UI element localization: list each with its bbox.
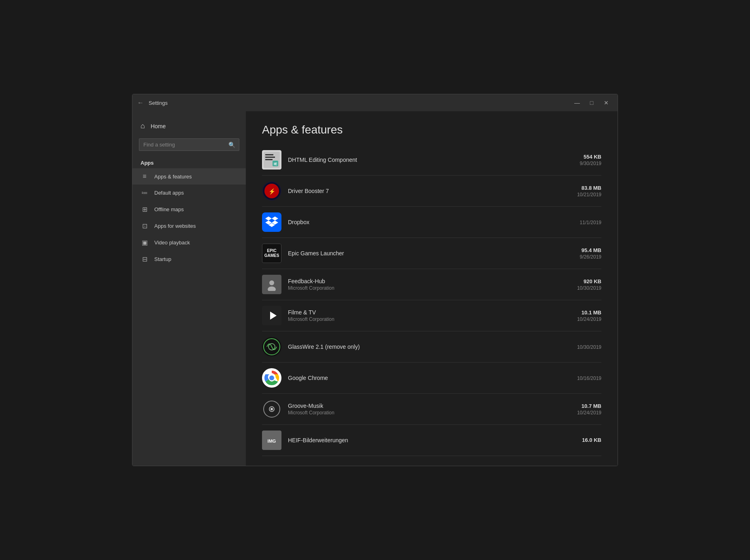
- app-item-dropbox[interactable]: Dropbox 11/1/2019: [262, 207, 601, 238]
- svg-text:IMG: IMG: [268, 439, 276, 443]
- sidebar-item-video-playback-label: Video playback: [154, 240, 190, 246]
- apps-websites-icon: ⊡: [141, 222, 149, 230]
- app-meta-groove: 10.7 MB 10/24/2019: [577, 403, 601, 416]
- svg-rect-1: [265, 154, 273, 155]
- minimize-button[interactable]: —: [571, 97, 584, 108]
- app-info-driver-booster: Driver Booster 7: [288, 188, 577, 194]
- app-list: IE DHTML Editing Component 554 KB 9/30/2…: [262, 144, 601, 456]
- app-publisher-filme: Microsoft Corporation: [288, 316, 577, 322]
- sidebar-section-label: Apps: [132, 155, 246, 168]
- app-icon-groove: [262, 399, 281, 419]
- app-date-dhtml: 9/30/2019: [580, 161, 601, 166]
- app-item-heif[interactable]: IMG HEIF-Bilderweiterungen 16.0 KB: [262, 425, 601, 456]
- sidebar-item-offline-maps[interactable]: ⊞ Offline maps: [132, 201, 246, 218]
- app-icon-dhtml: IE: [262, 150, 281, 170]
- main-content: Apps & features IE: [246, 111, 618, 466]
- sidebar-item-home[interactable]: ⌂ Home: [132, 118, 246, 134]
- sidebar-item-apps-websites[interactable]: ⊡ Apps for websites: [132, 218, 246, 234]
- app-meta-dhtml: 554 KB 9/30/2019: [580, 154, 601, 166]
- search-icon: 🔍: [228, 142, 235, 148]
- app-item-driver-booster[interactable]: ⚡ Driver Booster 7 83.8 MB 10/21/2019: [262, 176, 601, 207]
- app-name-heif: HEIF-Bilderweiterungen: [288, 437, 582, 443]
- app-info-dhtml: DHTML Editing Component: [288, 157, 580, 163]
- maximize-button[interactable]: □: [585, 97, 598, 108]
- app-name-epic: Epic Games Launcher: [288, 250, 580, 257]
- app-name-groove: Groove-Musik: [288, 403, 577, 409]
- app-icon-glasswire: [262, 337, 281, 356]
- sidebar-item-default-apps-label: Default apps: [154, 190, 184, 196]
- svg-text:IE: IE: [274, 162, 277, 166]
- svg-point-28: [271, 408, 273, 410]
- app-icon-chrome: [262, 368, 281, 388]
- app-item-groove[interactable]: Groove-Musik Microsoft Corporation 10.7 …: [262, 394, 601, 425]
- svg-marker-9: [265, 216, 272, 221]
- startup-icon: ⊟: [141, 255, 149, 263]
- title-bar: ← Settings — □ ✕: [132, 94, 618, 111]
- app-date-glasswire: 10/30/2019: [577, 344, 601, 350]
- window-title: Settings: [149, 100, 168, 106]
- sidebar-item-video-playback[interactable]: ▣ Video playback: [132, 234, 246, 251]
- app-item-filme[interactable]: Filme & TV Microsoft Corporation 10.1 MB…: [262, 300, 601, 331]
- window-controls: — □ ✕: [571, 97, 613, 108]
- app-icon-heif: IMG: [262, 431, 281, 450]
- settings-window: ← Settings — □ ✕ ⌂ Home 🔍 Apps ≡ Apps & …: [132, 94, 618, 466]
- sidebar-item-apps-features-label: Apps & features: [154, 174, 192, 180]
- app-size-groove: 10.7 MB: [577, 403, 601, 409]
- svg-point-24: [269, 375, 274, 380]
- svg-rect-3: [265, 159, 273, 160]
- sidebar-item-apps-websites-label: Apps for websites: [154, 223, 196, 229]
- search-input[interactable]: [139, 138, 239, 151]
- app-date-dropbox: 11/1/2019: [580, 220, 601, 225]
- app-meta-heif: 16.0 KB: [582, 437, 601, 444]
- sidebar: ⌂ Home 🔍 Apps ≡ Apps & features ≔ Defaul…: [132, 111, 246, 466]
- home-icon: ⌂: [141, 122, 145, 130]
- app-item-epic[interactable]: EPICGAMES Epic Games Launcher 95.4 MB 9/…: [262, 238, 601, 269]
- sidebar-item-apps-features[interactable]: ≡ Apps & features: [132, 168, 246, 185]
- title-bar-left: ← Settings: [137, 99, 168, 106]
- app-name-glasswire: GlassWire 2.1 (remove only): [288, 344, 577, 350]
- app-size-epic: 95.4 MB: [580, 247, 601, 253]
- app-item-feedback[interactable]: Feedback-Hub Microsoft Corporation 920 K…: [262, 269, 601, 300]
- app-date-driver-booster: 10/21/2019: [577, 192, 601, 197]
- app-item-dhtml[interactable]: IE DHTML Editing Component 554 KB 9/30/2…: [262, 144, 601, 176]
- app-name-dhtml: DHTML Editing Component: [288, 157, 580, 163]
- svg-rect-2: [265, 157, 275, 158]
- page-title: Apps & features: [262, 123, 601, 136]
- app-item-glasswire[interactable]: GlassWire 2.1 (remove only) 10/30/2019: [262, 331, 601, 363]
- app-name-driver-booster: Driver Booster 7: [288, 188, 577, 194]
- app-icon-filme: [262, 306, 281, 325]
- app-name-filme: Filme & TV: [288, 309, 577, 316]
- back-button[interactable]: ←: [137, 99, 144, 106]
- app-info-filme: Filme & TV Microsoft Corporation: [288, 309, 577, 322]
- app-size-driver-booster: 83.8 MB: [577, 185, 601, 191]
- app-meta-chrome: 10/16/2019: [577, 375, 601, 381]
- app-info-dropbox: Dropbox: [288, 219, 580, 225]
- app-size-dhtml: 554 KB: [580, 154, 601, 160]
- apps-features-icon: ≡: [141, 173, 149, 180]
- app-date-chrome: 10/16/2019: [577, 375, 601, 381]
- app-name-chrome: Google Chrome: [288, 375, 577, 381]
- content-area: ⌂ Home 🔍 Apps ≡ Apps & features ≔ Defaul…: [132, 111, 618, 466]
- app-meta-filme: 10.1 MB 10/24/2019: [577, 310, 601, 322]
- app-info-chrome: Google Chrome: [288, 375, 577, 381]
- app-icon-epic: EPICGAMES: [262, 244, 281, 263]
- close-button[interactable]: ✕: [600, 97, 613, 108]
- sidebar-item-offline-maps-label: Offline maps: [154, 206, 184, 212]
- sidebar-home-label: Home: [151, 123, 166, 129]
- default-apps-icon: ≔: [141, 189, 149, 197]
- app-info-feedback: Feedback-Hub Microsoft Corporation: [288, 278, 577, 291]
- app-date-epic: 9/26/2019: [580, 254, 601, 260]
- app-meta-epic: 95.4 MB 9/26/2019: [580, 247, 601, 260]
- app-meta-dropbox: 11/1/2019: [580, 219, 601, 225]
- app-publisher-feedback: Microsoft Corporation: [288, 285, 577, 291]
- app-size-feedback: 920 KB: [577, 278, 601, 284]
- app-item-chrome[interactable]: Google Chrome 10/16/2019: [262, 363, 601, 394]
- sidebar-item-default-apps[interactable]: ≔ Default apps: [132, 185, 246, 201]
- svg-marker-10: [272, 216, 278, 221]
- search-box: 🔍: [139, 138, 239, 151]
- app-name-feedback: Feedback-Hub: [288, 278, 577, 284]
- video-playback-icon: ▣: [141, 239, 149, 246]
- sidebar-item-startup[interactable]: ⊟ Startup: [132, 251, 246, 267]
- app-publisher-groove: Microsoft Corporation: [288, 410, 577, 416]
- svg-text:⚡: ⚡: [268, 188, 276, 195]
